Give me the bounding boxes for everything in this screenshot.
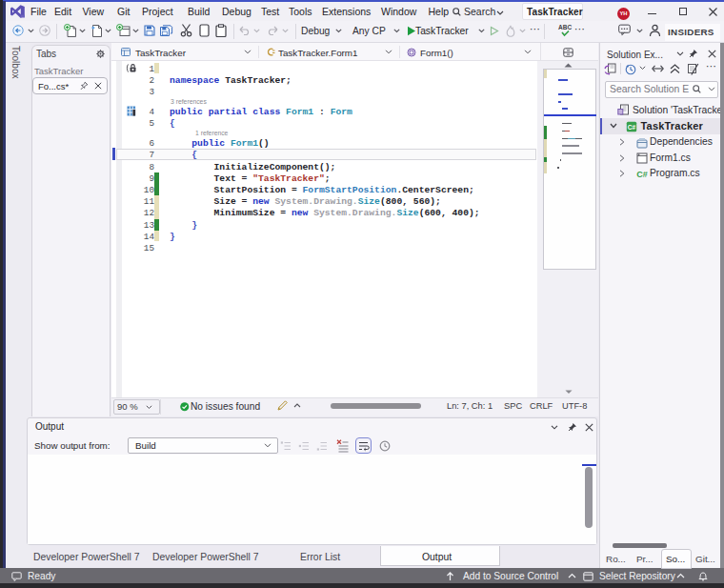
svg-text:ABC: ABC [558,24,572,30]
svg-text:C#: C# [636,170,648,179]
svg-text:C#: C# [627,123,635,130]
